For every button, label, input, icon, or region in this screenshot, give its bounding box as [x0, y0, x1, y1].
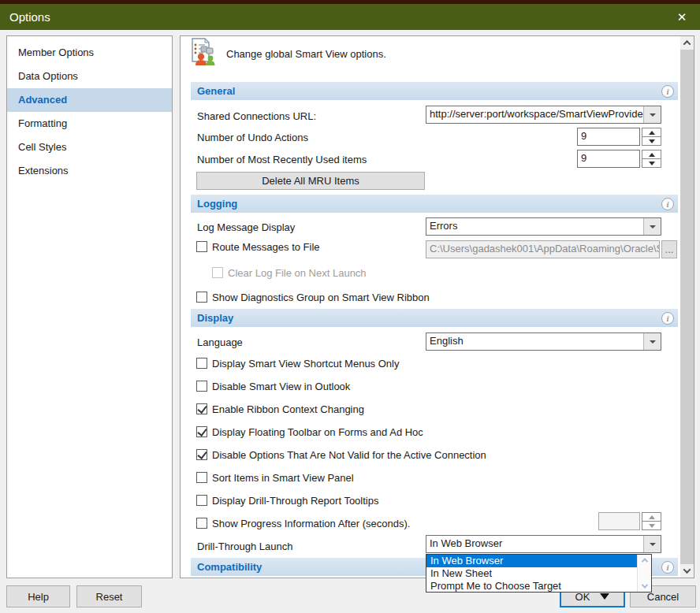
shared-connections-url-value[interactable]: http://server:port/workspace/SmartViewPr…	[426, 106, 643, 123]
scrollbar-thumb[interactable]	[680, 50, 694, 564]
sort-items-checkbox[interactable]	[196, 472, 207, 483]
sidebar-item-member-options[interactable]: Member Options	[7, 41, 172, 65]
close-icon[interactable]: ✕	[664, 4, 700, 30]
dropdown-scrollbar[interactable]	[637, 555, 651, 592]
progress-spin-down-button	[642, 522, 661, 529]
delete-all-mru-button[interactable]: Delete All MRU Items	[196, 172, 425, 190]
section-title-logging: Logging	[197, 198, 237, 210]
diagnostics-group-label: Show Diagnostics Group on Smart View Rib…	[212, 292, 430, 303]
sidebar-item-extensions[interactable]: Extensions	[7, 159, 172, 183]
triangle-down-icon	[649, 139, 655, 143]
mru-spin-down-button[interactable]	[642, 159, 661, 167]
disable-invalid-options-checkbox[interactable]	[196, 449, 207, 460]
ribbon-context-checkbox[interactable]	[196, 403, 207, 414]
progress-info-checkbox[interactable]	[196, 518, 207, 529]
triangle-down-icon	[649, 524, 655, 528]
log-message-display-label: Log Message Display	[197, 221, 295, 233]
smart-view-options-icon	[188, 37, 221, 69]
progress-seconds-input	[598, 512, 640, 530]
drill-through-launch-value[interactable]: In Web Browser	[426, 536, 643, 552]
advanced-options-panel: Change global Smart View options. Genera…	[180, 35, 694, 578]
shortcut-menus-checkbox[interactable]	[196, 358, 207, 369]
sidebar-item-formatting[interactable]: Formatting	[7, 112, 172, 136]
sidebar-item-data-options[interactable]: Data Options	[7, 65, 172, 88]
progress-seconds-spinner	[642, 512, 661, 530]
scroll-down-button[interactable]	[680, 564, 694, 578]
shared-connections-url-label: Shared Connections URL:	[197, 110, 316, 122]
drill-through-dropdown-list: In Web Browser In New Sheet Prompt Me to…	[426, 554, 652, 593]
mru-items-spinner	[642, 150, 661, 168]
drill-through-dropdown-button[interactable]	[643, 536, 661, 552]
chevron-down-icon	[641, 581, 647, 588]
dropdown-option-prompt-target[interactable]: Prompt Me to Choose Target	[426, 580, 637, 593]
disable-outlook-label: Disable Smart View in Outlook	[212, 381, 350, 392]
language-value[interactable]: English	[426, 333, 643, 350]
undo-actions-spinner	[642, 128, 661, 146]
log-message-display-dropdown-button[interactable]	[643, 218, 661, 235]
dropdown-scroll-down-button[interactable]	[638, 581, 651, 592]
section-title-display: Display	[197, 312, 233, 324]
scroll-up-button[interactable]	[680, 36, 694, 50]
dropdown-option-new-sheet[interactable]: In New Sheet	[426, 567, 637, 580]
drill-through-launch-label: Drill-Through Launch	[197, 541, 292, 552]
undo-spin-up-button[interactable]	[642, 128, 661, 137]
language-combobox[interactable]: English	[426, 333, 661, 351]
triangle-down-icon	[649, 162, 655, 165]
ribbon-context-label: Enable Ribbon Context Changing	[212, 403, 364, 415]
drill-tooltips-label: Display Drill-Through Report Tooltips	[212, 495, 378, 507]
diagnostics-group-checkbox[interactable]	[196, 292, 207, 303]
chevron-down-icon	[683, 566, 691, 574]
shared-connections-url-combobox[interactable]: http://server:port/workspace/SmartViewPr…	[426, 106, 661, 124]
chevron-up-icon	[641, 558, 647, 564]
triangle-up-icon	[649, 131, 655, 135]
sort-items-label: Sort Items in Smart View Panel	[212, 472, 354, 484]
undo-actions-input[interactable]: 9	[577, 128, 640, 146]
shortcut-menus-label: Display Smart View Shortcut Menus Only	[212, 358, 399, 370]
section-title-general: General	[197, 85, 235, 97]
progress-info-label: Show Progress Information After (seconds…	[212, 518, 410, 529]
panel-description: Change global Smart View options.	[226, 48, 386, 60]
browse-log-file-button[interactable]: ...	[661, 240, 677, 258]
triangle-up-icon	[649, 153, 655, 157]
undo-actions-label: Number of Undo Actions	[197, 132, 308, 143]
section-header-logging: Logging i	[191, 195, 678, 213]
info-icon-general[interactable]: i	[661, 85, 674, 98]
sidebar-item-advanced[interactable]: Advanced	[7, 88, 172, 112]
undo-spin-down-button[interactable]	[642, 137, 661, 145]
language-label: Language	[197, 336, 243, 348]
info-icon-compatibility[interactable]: i	[661, 561, 674, 574]
options-sidebar: Member Options Data Options Advanced For…	[6, 35, 173, 578]
disable-invalid-options-label: Disable Options That Are Not Valid for t…	[212, 449, 486, 461]
clear-log-label: Clear Log File on Next Launch	[228, 267, 367, 279]
chevron-down-icon	[650, 225, 656, 228]
mru-spin-up-button[interactable]	[642, 150, 661, 159]
drill-tooltips-checkbox[interactable]	[196, 495, 207, 506]
ok-dropdown-arrow-icon[interactable]	[600, 593, 609, 600]
dropdown-option-web-browser[interactable]: In Web Browser	[426, 555, 637, 567]
chevron-down-icon	[650, 113, 656, 117]
mru-items-label: Number of Most Recently Used items	[197, 154, 367, 165]
window-top-strip	[0, 0, 700, 4]
dropdown-scroll-up-button[interactable]	[638, 555, 651, 566]
floating-toolbar-checkbox[interactable]	[196, 426, 207, 437]
shared-connections-url-dropdown-button[interactable]	[643, 106, 661, 123]
panel-scrollbar[interactable]	[680, 36, 694, 578]
chevron-down-icon	[650, 543, 656, 546]
log-message-display-value[interactable]: Errors	[426, 218, 643, 235]
drill-through-launch-combobox[interactable]: In Web Browser	[426, 535, 661, 553]
sidebar-item-cell-styles[interactable]: Cell Styles	[7, 136, 172, 159]
info-icon-display[interactable]: i	[661, 312, 674, 325]
log-message-display-combobox[interactable]: Errors	[426, 217, 661, 236]
disable-outlook-checkbox[interactable]	[196, 381, 207, 392]
chevron-down-icon	[650, 340, 656, 344]
help-button[interactable]: Help	[6, 585, 70, 607]
section-title-compatibility: Compatibility	[197, 561, 262, 573]
mru-items-input[interactable]: 9	[577, 150, 640, 168]
route-messages-checkbox[interactable]	[196, 241, 207, 252]
clear-log-checkbox	[212, 267, 223, 278]
language-dropdown-button[interactable]	[643, 333, 661, 350]
triangle-up-icon	[649, 515, 655, 519]
options-dialog: { "window": { "title": "Options", "close…	[0, 0, 700, 613]
reset-button[interactable]: Reset	[76, 585, 142, 607]
info-icon-logging[interactable]: i	[661, 198, 674, 210]
